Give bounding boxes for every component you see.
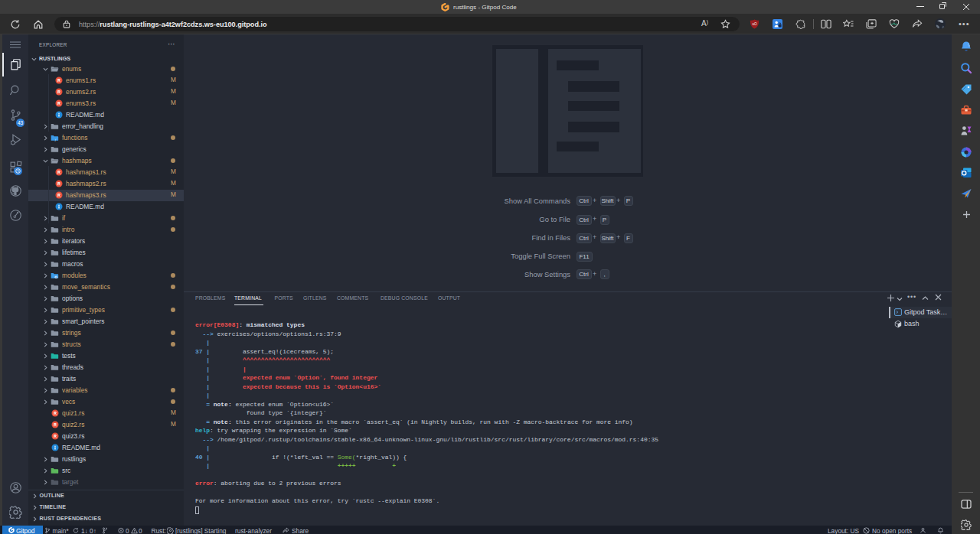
svg-text:uO: uO <box>753 22 757 26</box>
